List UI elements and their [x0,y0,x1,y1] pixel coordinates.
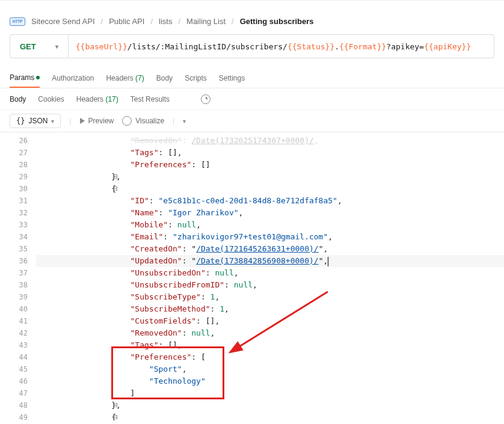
faded-text: "RemovedOn" [131,136,182,145]
fold-marker: ⊟ [113,183,118,195]
url-input[interactable]: {{baseUrl}} /lists/:MailingListID/subscr… [69,35,494,58]
code-line: "Preferences": [] [36,159,504,171]
code-line: "Sport", [36,363,504,375]
code-line: "SubscribeMethod": 1, [36,303,504,315]
code-line: "RemovedOn": null, [36,327,504,339]
format-dropdown[interactable]: {} JSON ▾ [10,114,61,128]
code-line: "Preferences": [ [36,351,504,363]
code-line: "SubscribeType": 1, [36,291,504,303]
code-line: "UnsubscribedOn": null, [36,267,504,279]
code-line: },⊟ [36,171,504,183]
bc-current: Getting subscribers [240,17,314,26]
bc-item-2[interactable]: lists [159,17,172,26]
url-var: {{baseUrl}} [76,42,128,51]
code-line: "UnsubscribedFromID": null, [36,279,504,291]
tab-authorization[interactable]: Authorization [52,69,94,87]
subtab-headers[interactable]: Headers (17) [76,95,118,103]
code-line: "ID": "e5c81b1c-c0ed-20d1-84d8-8e712dfaf… [36,195,504,207]
url-bar: GET ▾ {{baseUrl}} /lists/:MailingListID/… [10,34,494,58]
line-number: 37 [0,267,28,279]
subtab-label: Headers [76,95,103,103]
line-number: 33 [0,219,28,231]
toolbar-label: Visualize [135,117,164,125]
line-number: 40 [0,303,28,315]
url-var: {{apiKey}} [424,42,471,51]
line-gutter: 2627282930313233343536373839404142434445… [0,132,34,420]
breadcrumb-separator-icon: / [178,17,180,26]
response-body[interactable]: 2627282930313233343536373839404142434445… [0,132,504,420]
subtab-cookies[interactable]: Cookies [38,95,64,103]
line-number: 29 [0,171,28,183]
tab-params[interactable]: Params [10,69,40,88]
tab-count: (7) [135,74,144,82]
url-text: . [334,42,339,51]
breadcrumb-separator-icon: / [101,17,103,26]
toolbar-label: Preview [88,117,114,125]
bc-item-1[interactable]: Public API [109,17,144,26]
code-line: ] [36,387,504,399]
subtab-body[interactable]: Body [10,95,26,103]
cursor [328,257,328,266]
line-number: 34 [0,231,28,243]
bc-item-3[interactable]: Mailing List [186,17,226,26]
breadcrumb-separator-icon: / [232,17,234,26]
response-tabs: Body Cookies Headers (17) Test Results [0,88,504,110]
breadcrumb: HTTP Sitecore Send API / Public API / li… [0,0,504,34]
line-number: 32 [0,207,28,219]
code-line: "CustomFields": [], [36,315,504,327]
play-icon [80,118,85,124]
method-dropdown[interactable]: GET ▾ [10,35,69,58]
top-border [0,0,504,1]
code-line: {⊟ [36,411,504,420]
code-line: "Email": "zharikovigor97+test01@gmail.co… [36,231,504,243]
line-number: 30 [0,183,28,195]
code-line: "UpdatedOn": "/Date(1738842856908+0000)/… [36,255,504,267]
line-number: 39 [0,291,28,303]
code-line: {⊟ [36,183,504,195]
tab-headers[interactable]: Headers (7) [106,69,144,87]
code-line: "RemovedOn": /Date(1732025174307+0000)/, [36,135,504,147]
chevron-down-icon: ▾ [55,43,58,50]
bc-item-0[interactable]: Sitecore Send API [31,17,95,26]
active-dot-icon [36,76,40,79]
http-badge-icon: HTTP [10,17,25,26]
code-line: "Name": "Igor Zharikov", [36,207,504,219]
line-number: 42 [0,327,28,339]
code-line: "Tags": [], [36,147,504,159]
request-tabs: Params Authorization Headers (7) Body Sc… [0,68,504,88]
tab-scripts[interactable]: Scripts [185,69,207,87]
chevron-down-icon[interactable]: ▾ [183,118,186,124]
tab-settings[interactable]: Settings [219,69,245,87]
line-number: 46 [0,375,28,387]
line-number: 26 [0,135,28,147]
line-number: 49 [0,411,28,420]
chevron-down-icon: ▾ [51,118,54,124]
braces-icon: {} [16,117,25,125]
line-number: 44 [0,351,28,363]
code-line: },⊟ [36,399,504,411]
tab-body[interactable]: Body [156,69,173,87]
line-number: 41 [0,315,28,327]
history-icon[interactable] [201,94,211,104]
line-number: 35 [0,243,28,255]
line-number: 47 [0,387,28,399]
url-var: {{Status}} [287,42,334,51]
visualize-button[interactable]: Visualize [122,116,164,126]
fold-marker: ⊟ [113,411,118,420]
line-number: 48 [0,399,28,411]
line-number: 31 [0,195,28,207]
line-number: 36 [0,255,28,267]
line-number: 38 [0,279,28,291]
code-line: "Technology" [36,375,504,387]
subtab-count: (17) [105,95,118,103]
method-label: GET [20,42,36,51]
fold-marker: ⊟ [113,399,118,411]
code-line: "CreatedOn": "/Date(1721645263631+0000)/… [36,243,504,255]
url-var: {{Format}} [339,42,386,51]
preview-button[interactable]: Preview [80,117,114,125]
line-number: 43 [0,339,28,351]
subtab-test-results[interactable]: Test Results [131,95,170,103]
line-number: 45 [0,363,28,375]
url-text: ?apikey= [386,42,424,51]
tab-label: Params [10,73,34,82]
